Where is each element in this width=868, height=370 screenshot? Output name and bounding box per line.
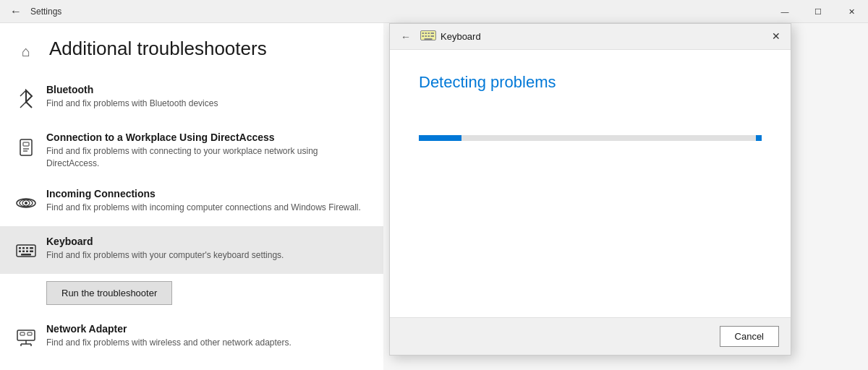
keyboard-troubleshooter-dialog: ← Keyboard ✕ Detecting problems — [389, 23, 791, 356]
svg-rect-13 — [19, 250, 21, 252]
list-item[interactable]: Network Adapter Find and fix problems wi… — [0, 314, 383, 361]
troubleshooter-list: Bluetooth Find and fix problems with Blu… — [0, 74, 383, 361]
window-controls: — ☐ ✕ — [768, 0, 868, 23]
list-item[interactable]: Incoming Connections Find and fix proble… — [0, 178, 383, 226]
svg-rect-34 — [425, 38, 433, 40]
dialog-keyboard-icon — [420, 30, 436, 43]
svg-rect-17 — [21, 254, 31, 256]
home-icon: ⌂ — [12, 38, 41, 60]
svg-rect-11 — [26, 247, 28, 249]
incoming-icon — [12, 189, 41, 218]
bluetooth-icon — [12, 85, 41, 113]
svg-rect-16 — [30, 250, 33, 252]
dialog-back-button[interactable]: ← — [396, 27, 416, 47]
close-button[interactable]: ✕ — [835, 0, 868, 23]
svg-rect-33 — [431, 35, 435, 37]
left-panel: ⌂ Additional troubleshooters Bluetooth F… — [0, 23, 383, 370]
cancel-button[interactable]: Cancel — [720, 326, 779, 347]
svg-rect-10 — [22, 247, 25, 249]
svg-rect-26 — [422, 33, 425, 34]
svg-rect-29 — [431, 33, 435, 34]
svg-rect-20 — [27, 332, 32, 335]
network-title: Network Adapter — [46, 322, 366, 335]
dialog-close-button[interactable]: ✕ — [765, 25, 788, 47]
back-button[interactable]: ← — [6, 1, 26, 22]
detecting-label: Detecting problems — [419, 73, 762, 92]
dialog-footer: Cancel — [390, 317, 791, 355]
run-troubleshooter-button[interactable]: Run the troubleshooter — [46, 281, 172, 305]
titlebar: ← Settings — ☐ ✕ — [0, 0, 868, 23]
bluetooth-title: Bluetooth — [46, 83, 366, 96]
bluetooth-item-text: Bluetooth Find and fix problems with Blu… — [41, 83, 366, 110]
svg-rect-0 — [20, 139, 32, 155]
dialog-titlebar: ← Keyboard ✕ — [390, 24, 791, 50]
incoming-item-text: Incoming Connections Find and fix proble… — [41, 187, 366, 214]
dialog-body: Detecting problems — [390, 50, 791, 317]
network-desc: Find and fix problems with wireless and … — [46, 337, 366, 349]
list-item-keyboard[interactable]: Keyboard Find and fix problems with your… — [0, 226, 383, 274]
page-title: Additional troubleshooters — [41, 38, 284, 74]
progress-bar-container — [419, 135, 762, 141]
run-button-container: Run the troubleshooter — [0, 274, 383, 314]
keyboard-item-text: Keyboard Find and fix problems with your… — [41, 235, 366, 262]
directaccess-desc: Find and fix problems with connecting to… — [46, 145, 366, 170]
minimize-button[interactable]: — — [768, 0, 801, 23]
network-icon — [12, 324, 41, 353]
svg-point-7 — [25, 202, 27, 205]
svg-rect-27 — [425, 33, 427, 34]
svg-rect-1 — [23, 142, 29, 146]
list-item[interactable]: Connection to a Workplace Using DirectAc… — [0, 122, 383, 178]
directaccess-icon — [12, 132, 41, 161]
incoming-title: Incoming Connections — [46, 187, 366, 200]
keyboard-title: Keyboard — [46, 235, 366, 248]
svg-rect-12 — [30, 247, 33, 249]
svg-rect-14 — [22, 250, 25, 252]
svg-rect-32 — [428, 35, 430, 37]
list-item[interactable]: Bluetooth Find and fix problems with Blu… — [0, 74, 383, 122]
progress-bar-end — [756, 135, 762, 141]
keyboard-desc: Find and fix problems with your computer… — [46, 249, 366, 262]
incoming-desc: Find and fix problems with incoming comp… — [46, 202, 366, 214]
network-item-text: Network Adapter Find and fix problems wi… — [41, 322, 366, 349]
keyboard-icon — [12, 236, 41, 265]
bluetooth-desc: Find and fix problems with Bluetooth dev… — [46, 98, 366, 110]
dialog-title: Keyboard — [441, 31, 481, 42]
maximize-button[interactable]: ☐ — [801, 0, 835, 23]
window-title: Settings — [30, 7, 61, 17]
directaccess-item-text: Connection to a Workplace Using DirectAc… — [41, 131, 366, 170]
svg-rect-30 — [422, 35, 425, 37]
directaccess-title: Connection to a Workplace Using DirectAc… — [46, 131, 366, 144]
svg-rect-15 — [26, 250, 28, 252]
svg-rect-19 — [20, 332, 25, 335]
progress-bar-fill — [419, 135, 464, 141]
svg-rect-31 — [425, 35, 427, 37]
svg-rect-28 — [428, 33, 430, 34]
svg-rect-9 — [19, 247, 21, 249]
